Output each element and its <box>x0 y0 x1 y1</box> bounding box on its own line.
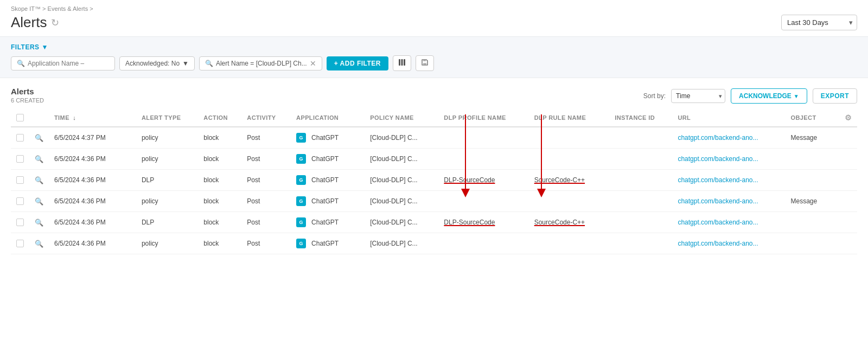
col-app-header: APPLICATION <box>291 109 365 127</box>
row-action-4: block <box>198 212 241 233</box>
row-url-0[interactable]: chatgpt.com/backend-ano... <box>672 127 785 149</box>
app-icon-4: G <box>296 217 306 227</box>
col-activity-header: ACTIVITY <box>241 109 291 127</box>
search-icon: 🔍 <box>17 60 25 67</box>
app-icon-0: G <box>296 133 306 143</box>
magnify-icon[interactable]: 🔍 <box>35 155 43 163</box>
row-policy-3: [Cloud-DLP] C... <box>365 191 438 212</box>
app-icon-5: G <box>296 239 306 248</box>
row-object-1 <box>786 149 839 170</box>
row-app-4: G ChatGPT <box>291 212 365 233</box>
row-dlp-rule-4: SourceCode-C++ <box>529 212 610 233</box>
row-url-2[interactable]: chatgpt.com/backend-ano... <box>672 170 785 191</box>
dlp-rule-value-4: SourceCode-C++ <box>534 219 585 226</box>
row-app-name-3: ChatGPT <box>311 197 339 205</box>
export-button[interactable]: EXPORT <box>813 88 857 104</box>
row-object-0: Message <box>786 127 839 149</box>
sort-label: Sort by: <box>643 92 666 100</box>
row-app-name-0: ChatGPT <box>311 134 339 142</box>
dlp-rule-value-2: SourceCode-C++ <box>534 176 585 184</box>
col-url-header: URL <box>672 109 785 127</box>
row-url-5[interactable]: chatgpt.com/backend-ano... <box>672 233 785 254</box>
row-checkbox-5[interactable] <box>11 233 29 254</box>
row-url-3[interactable]: chatgpt.com/backend-ano... <box>672 191 785 212</box>
table-row: 🔍 6/5/2024 4:37 PM policy block Post G C… <box>11 127 857 149</box>
table-row: 🔍 6/5/2024 4:36 PM DLP block Post G Chat… <box>11 170 857 191</box>
sort-select[interactable]: Time Alert Type Application <box>671 89 725 103</box>
app-name-input[interactable] <box>28 60 109 67</box>
row-dlp-profile-2: DLP-SourceCode <box>438 170 528 191</box>
row-checkbox-1[interactable] <box>11 149 29 170</box>
magnify-icon[interactable]: 🔍 <box>35 197 43 206</box>
row-policy-2: [Cloud-DLP] C... <box>365 170 438 191</box>
save-filter-icon-button[interactable] <box>393 55 411 71</box>
app-name-filter[interactable]: 🔍 <box>11 56 115 70</box>
svg-rect-3 <box>423 63 426 65</box>
col-dlp-profile-header: DLP PROFILE NAME <box>438 109 528 127</box>
row-object-4 <box>786 212 839 233</box>
row-magnify-1[interactable]: 🔍 <box>29 149 49 170</box>
row-app-1: G ChatGPT <box>291 149 365 170</box>
col-dlp-rule-header: DLP RULE NAME <box>529 109 610 127</box>
row-time-0: 6/5/2024 4:37 PM <box>49 127 136 149</box>
row-magnify-3[interactable]: 🔍 <box>29 191 49 212</box>
acknowledged-filter-dropdown[interactable]: ▼ <box>182 60 189 67</box>
row-app-name-1: ChatGPT <box>311 155 339 163</box>
refresh-icon[interactable]: ↻ <box>51 17 59 29</box>
row-dlp-profile-5 <box>438 233 528 254</box>
alert-name-filter-label: Alert Name = [Cloud-DLP] Ch... <box>216 60 307 67</box>
table-row: 🔍 6/5/2024 4:36 PM policy block Post G C… <box>11 191 857 212</box>
col-gear-header[interactable]: ⚙ <box>839 109 857 127</box>
row-object-5 <box>786 233 839 254</box>
time-range-select[interactable]: Last 30 Days Last 7 Days Last 24 Hours C… <box>781 15 857 30</box>
row-policy-1: [Cloud-DLP] C... <box>365 149 438 170</box>
row-dlp-profile-3 <box>438 191 528 212</box>
page-title: Alerts <box>11 14 47 31</box>
app-icon-3: G <box>296 196 306 206</box>
row-app-name-4: ChatGPT <box>311 219 339 226</box>
alerts-table: TIME ↓ ALERT TYPE ACTION ACTIVITY APPLIC… <box>11 109 857 254</box>
row-checkbox-0[interactable] <box>11 127 29 149</box>
row-dlp-rule-1 <box>529 149 610 170</box>
magnify-icon[interactable]: 🔍 <box>35 134 43 142</box>
add-filter-button[interactable]: + ADD FILTER <box>327 56 388 70</box>
magnify-icon[interactable]: 🔍 <box>35 176 43 184</box>
columns-icon <box>398 59 406 66</box>
filters-chevron-icon: ▼ <box>42 43 48 51</box>
row-magnify-0[interactable]: 🔍 <box>29 127 49 149</box>
magnify-icon[interactable]: 🔍 <box>35 219 43 227</box>
row-magnify-2[interactable]: 🔍 <box>29 170 49 191</box>
row-activity-3: Post <box>241 191 291 212</box>
magnify-icon[interactable]: 🔍 <box>35 240 43 248</box>
row-app-3: G ChatGPT <box>291 191 365 212</box>
save-button[interactable] <box>416 55 434 71</box>
dlp-profile-value-2: DLP-SourceCode <box>444 176 495 184</box>
search-icon-small: 🔍 <box>205 60 213 67</box>
row-app-name-2: ChatGPT <box>311 176 339 184</box>
table-title: Alerts <box>11 87 44 96</box>
row-type-0: policy <box>136 127 198 149</box>
row-url-4[interactable]: chatgpt.com/backend-ano... <box>672 212 785 233</box>
acknowledge-label: ACKNOWLEDGE <box>739 92 792 100</box>
app-icon-1: G <box>296 154 306 164</box>
row-magnify-4[interactable]: 🔍 <box>29 212 49 233</box>
row-url-1[interactable]: chatgpt.com/backend-ano... <box>672 149 785 170</box>
time-sort-arrow: ↓ <box>73 114 76 121</box>
row-checkbox-3[interactable] <box>11 191 29 212</box>
alert-name-filter-close[interactable]: ✕ <box>310 60 316 67</box>
row-object-3: Message <box>786 191 839 212</box>
alert-name-filter-tag[interactable]: 🔍 Alert Name = [Cloud-DLP] Ch... ✕ <box>199 56 322 70</box>
row-app-0: G ChatGPT <box>291 127 365 149</box>
col-time-header[interactable]: TIME ↓ <box>49 109 136 127</box>
col-select-all[interactable] <box>11 109 29 127</box>
row-type-1: policy <box>136 149 198 170</box>
row-checkbox-2[interactable] <box>11 170 29 191</box>
svg-rect-4 <box>423 60 426 61</box>
row-type-2: DLP <box>136 170 198 191</box>
acknowledge-button[interactable]: ACKNOWLEDGE ▼ <box>731 88 807 104</box>
filters-toggle[interactable]: FILTERS ▼ <box>11 43 857 51</box>
table-subtitle: 6 CREATED <box>11 97 44 104</box>
row-checkbox-4[interactable] <box>11 212 29 233</box>
gear-icon[interactable]: ⚙ <box>845 113 852 122</box>
row-magnify-5[interactable]: 🔍 <box>29 233 49 254</box>
